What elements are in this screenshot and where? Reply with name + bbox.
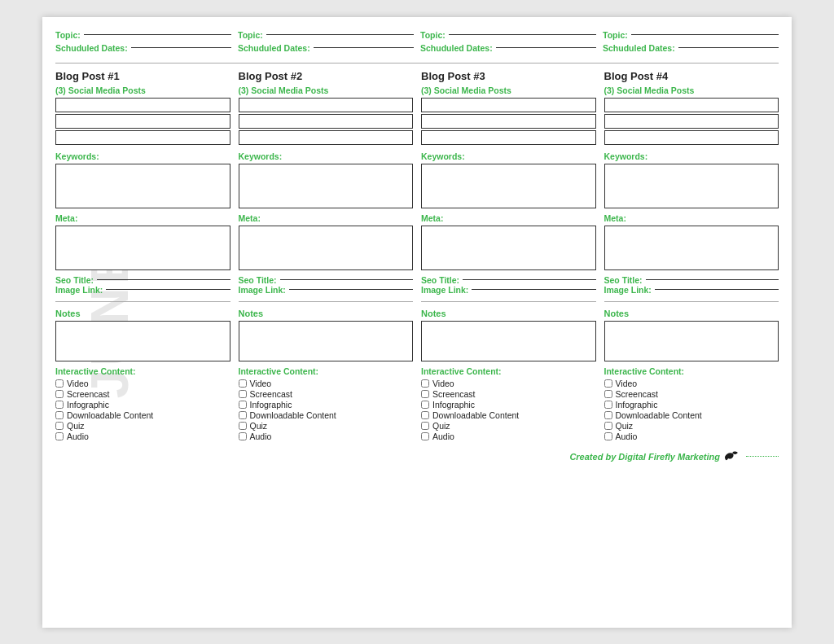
check-infographic-1[interactable] [55, 401, 64, 409]
check-audio-1[interactable] [55, 432, 64, 440]
checkbox-audio-4[interactable]: Audio [604, 432, 779, 441]
checkbox-screencast-3[interactable]: Screencast [421, 389, 596, 399]
checkbox-infographic-4[interactable]: Infographic [604, 400, 779, 410]
social-input-3c[interactable] [421, 130, 596, 145]
social-input-2c[interactable] [239, 130, 414, 145]
checkbox-downloadable-3[interactable]: Downloadable Content [421, 410, 596, 420]
check-infographic-4[interactable] [604, 401, 612, 409]
meta-textarea-4[interactable] [604, 226, 779, 270]
checkbox-quiz-3[interactable]: Quiz [421, 421, 596, 431]
checkbox-audio-1[interactable]: Audio [55, 432, 230, 441]
notes-textarea-2[interactable] [239, 321, 414, 361]
topic-underline-2 [266, 34, 414, 35]
keywords-textarea-2[interactable] [239, 164, 414, 208]
social-input-3b[interactable] [421, 114, 596, 129]
checkbox-infographic-3[interactable]: Infographic [421, 400, 596, 410]
keywords-label-4: Keywords: [604, 151, 779, 161]
social-input-2b[interactable] [239, 114, 414, 129]
checkbox-list-2: Video Screencast Infographic Downloadabl… [239, 379, 414, 441]
checkbox-quiz-2[interactable]: Quiz [239, 421, 414, 431]
checkbox-downloadable-1[interactable]: Downloadable Content [55, 410, 230, 420]
keywords-section-2: Keywords: [239, 151, 414, 213]
check-audio-3[interactable] [421, 432, 429, 440]
check-quiz-1[interactable] [55, 422, 64, 430]
social-input-4a[interactable] [604, 98, 779, 112]
social-input-1b[interactable] [55, 114, 230, 129]
social-label-1: (3) Social Media Posts [55, 85, 230, 95]
notes-textarea-1[interactable] [55, 321, 230, 361]
check-quiz-3[interactable] [421, 422, 429, 430]
social-input-2a[interactable] [239, 98, 414, 112]
checkbox-downloadable-2[interactable]: Downloadable Content [239, 410, 414, 420]
check-quiz-4[interactable] [604, 422, 612, 430]
scheduled-underline-1 [131, 47, 231, 48]
check-audio-2[interactable] [239, 432, 247, 440]
check-downloadable-3[interactable] [421, 411, 429, 419]
check-quiz-2[interactable] [239, 422, 247, 430]
check-video-2[interactable] [239, 379, 247, 388]
interactive-label-1: Interactive Content: [55, 366, 230, 376]
check-infographic-2[interactable] [239, 401, 247, 409]
blog-title-3: Blog Post #3 [421, 70, 596, 82]
meta-label-2: Meta: [239, 213, 414, 223]
checkbox-audio-3[interactable]: Audio [421, 432, 596, 441]
meta-textarea-3[interactable] [421, 226, 596, 270]
keywords-textarea-3[interactable] [421, 164, 596, 208]
check-screencast-2[interactable] [239, 390, 247, 398]
interactive-section-1: Interactive Content: Video Screencast In… [55, 366, 230, 441]
checkbox-audio-2[interactable]: Audio [239, 432, 414, 441]
top-divider [55, 63, 779, 64]
topic-label-3: Topic: [420, 30, 446, 40]
social-input-1a[interactable] [55, 98, 230, 112]
topic-label-4: Topic: [603, 30, 628, 40]
seo-title-label-1: Seo Title: [55, 275, 94, 285]
checkbox-video-2[interactable]: Video [239, 379, 414, 388]
checkbox-downloadable-4[interactable]: Downloadable Content [604, 410, 779, 420]
mid-divider-3 [421, 301, 596, 302]
social-input-1c[interactable] [55, 130, 230, 145]
meta-textarea-2[interactable] [239, 226, 414, 270]
image-underline-1 [106, 289, 230, 290]
check-downloadable-2[interactable] [239, 411, 247, 419]
image-link-label-4: Image Link: [604, 285, 652, 295]
check-video-4[interactable] [604, 379, 612, 388]
checkbox-video-1[interactable]: Video [55, 379, 230, 388]
notes-textarea-3[interactable] [421, 321, 596, 361]
checkbox-infographic-2[interactable]: Infographic [239, 400, 414, 410]
checkbox-screencast-1[interactable]: Screencast [55, 389, 230, 399]
notes-textarea-4[interactable] [604, 321, 779, 361]
check-infographic-3[interactable] [421, 401, 429, 409]
keywords-textarea-1[interactable] [55, 164, 230, 208]
check-downloadable-4[interactable] [604, 411, 612, 419]
checkbox-screencast-2[interactable]: Screencast [239, 389, 414, 399]
blog-columns: Blog Post #1 (3) Social Media Posts Keyw… [55, 70, 779, 442]
check-downloadable-1[interactable] [55, 411, 64, 419]
topic-label-1: Topic: [55, 30, 81, 40]
check-video-1[interactable] [55, 379, 64, 388]
social-input-3a[interactable] [421, 98, 596, 112]
keywords-label-2: Keywords: [239, 151, 414, 161]
social-input-4b[interactable] [604, 114, 779, 129]
check-video-3[interactable] [421, 379, 429, 388]
checkbox-video-4[interactable]: Video [604, 379, 779, 388]
keywords-label-1: Keywords: [55, 151, 230, 161]
checkbox-list-1: Video Screencast Infographic Downloadabl… [55, 379, 230, 441]
social-input-4c[interactable] [604, 130, 779, 145]
checkbox-infographic-1[interactable]: Infographic [55, 400, 230, 410]
checkbox-quiz-1[interactable]: Quiz [55, 421, 230, 431]
checkbox-screencast-4[interactable]: Screencast [604, 389, 779, 399]
meta-textarea-1[interactable] [55, 226, 230, 270]
check-audio-4[interactable] [604, 432, 612, 440]
checkbox-quiz-4[interactable]: Quiz [604, 421, 779, 431]
checkbox-video-3[interactable]: Video [421, 379, 596, 388]
svg-point-0 [735, 452, 737, 453]
keywords-textarea-4[interactable] [604, 164, 779, 208]
top-cell-3: Topic: Schuduled Dates: [420, 30, 596, 53]
keywords-section-3: Keywords: [421, 151, 596, 213]
check-screencast-4[interactable] [604, 390, 612, 398]
meta-section-3: Meta: [421, 213, 596, 275]
mid-divider-2 [239, 301, 414, 302]
topic-underline-1 [84, 34, 231, 35]
check-screencast-3[interactable] [421, 390, 429, 398]
check-screencast-1[interactable] [55, 390, 64, 398]
